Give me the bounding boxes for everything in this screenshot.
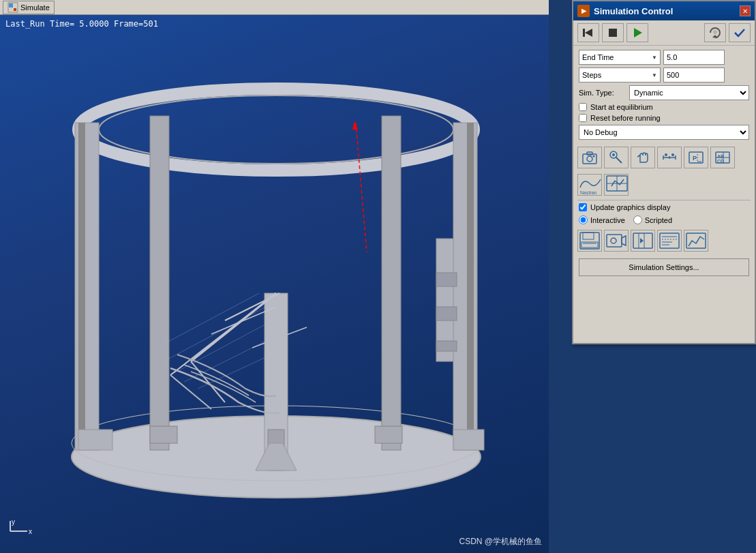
svg-rect-30 [436,307,457,320]
confirm-button[interactable] [729,23,751,42]
divider-1 [577,200,751,200]
3d-model [20,31,532,528]
svg-point-82 [611,238,616,243]
svg-rect-35 [375,426,402,443]
update-graphics-row: Update graphics display [573,202,755,213]
steps-label: Steps [582,71,601,79]
svg-line-51 [616,157,622,163]
svg-rect-10 [467,123,474,450]
svg-marker-43 [634,28,642,38]
svg-rect-92 [686,233,706,248]
measure-button[interactable] [657,147,682,168]
toolbar-row [573,20,755,46]
reset-before-row: Reset before running [579,114,749,122]
simulate-label: Simulate [20,3,50,12]
x-axis-label: x [29,528,32,535]
svg-marker-81 [622,236,626,245]
watermark: CSDN @学机械的鱼鱼 [459,536,542,548]
save-sim-button[interactable] [577,230,602,252]
camera-icon [581,150,598,165]
form-area: End Time ▼ Steps ▼ Sim. Type: Dynamic Ki… [573,46,755,144]
start-equilibrium-checkbox[interactable] [579,103,587,111]
sim-type-row: Sim. Type: Dynamic Kinematic Static [579,85,749,100]
svg-rect-1 [9,3,13,8]
steps-dropdown[interactable]: Steps ▼ [579,68,661,83]
simulate-icon [7,2,18,13]
wrench-button[interactable] [604,147,629,168]
svg-rect-31 [436,341,457,351]
plot-p-icon: P [688,150,704,165]
grid-plot-icon [605,174,628,196]
interactive-radio[interactable] [579,215,588,224]
ab-cd-button[interactable]: AB CD [710,147,735,168]
icon-row-1: P AB CD [573,144,755,171]
steps-input[interactable] [663,68,725,83]
update-graphics-checkbox[interactable] [579,203,587,211]
scripted-radio-label[interactable]: Scripted [633,215,672,224]
end-time-dropdown[interactable]: End Time ▼ [579,50,661,65]
video-icon [605,231,627,250]
nastran-button[interactable]: Nastran [577,174,602,196]
settings-button[interactable]: Simulation Settings... [579,258,749,276]
svg-line-36 [356,123,367,252]
simulate-button[interactable]: Simulate [3,1,55,14]
svg-marker-86 [640,238,644,243]
panel-icon: ▶ [577,5,590,17]
steps-row: Steps ▼ [579,68,749,83]
status-text: Last_Run Time= 5.0000 Frame=501 [5,19,158,29]
interactive-label: Interactive [590,216,625,224]
end-time-row: End Time ▼ [579,50,749,65]
animation-button[interactable] [631,230,655,252]
abcd-icon: AB CD [714,150,731,165]
settings-label: Simulation Settings... [629,263,699,271]
y-axis-label: y [12,518,15,526]
svg-rect-12 [382,116,401,450]
camera-button[interactable] [577,147,602,168]
check-icon [732,25,747,40]
grid-plot-button[interactable] [604,174,629,196]
svg-rect-2 [14,8,16,11]
svg-rect-40 [583,29,585,37]
play-button[interactable] [626,23,648,42]
video-export-button[interactable] [604,230,629,252]
close-button[interactable]: ✕ [740,5,751,16]
svg-point-52 [612,153,615,156]
interactive-radio-label[interactable]: Interactive [579,215,625,224]
rewind-button[interactable] [577,23,599,42]
svg-rect-33 [453,430,484,450]
debug-select[interactable]: No Debug Debug Level 1 Debug Level 2 [579,125,749,140]
panel-header: ▶ Simulation Control ✕ [573,1,755,20]
play-icon [631,26,644,40]
svg-point-49 [593,155,595,158]
svg-text:P: P [693,155,697,162]
output-icon [659,231,680,250]
svg-rect-34 [150,426,177,443]
end-time-input[interactable] [663,50,725,65]
output-button[interactable] [657,230,682,252]
axis-indicator: x y [7,518,34,539]
svg-rect-48 [587,152,592,155]
stop-button[interactable] [602,23,624,42]
svg-rect-87 [660,233,679,248]
panel-title: Simulation Control [594,6,673,16]
sim-type-select[interactable]: Dynamic Kinematic Static [629,85,749,100]
save-sim-icon [579,231,601,250]
rewind-icon [581,26,595,40]
svg-marker-37 [352,121,358,130]
svg-point-59 [671,153,674,156]
svg-point-47 [587,156,592,162]
simulation-control-panel: ▶ Simulation Control ✕ [572,0,756,344]
icon-row-2: Nastran [573,171,755,198]
svg-line-19 [170,375,211,409]
reset-before-checkbox[interactable] [579,114,587,122]
hand-button[interactable] [631,147,655,168]
svg-text:Nastran: Nastran [580,190,597,195]
scripted-label: Scripted [645,216,672,224]
plot-p-button[interactable]: P [684,147,708,168]
loop-button[interactable] [704,23,726,42]
radio-row: Interactive Scripted [573,213,755,227]
svg-rect-77 [583,233,594,239]
scripted-radio[interactable] [633,215,642,224]
hand-icon [635,150,651,165]
plot-results-button[interactable] [684,230,708,252]
